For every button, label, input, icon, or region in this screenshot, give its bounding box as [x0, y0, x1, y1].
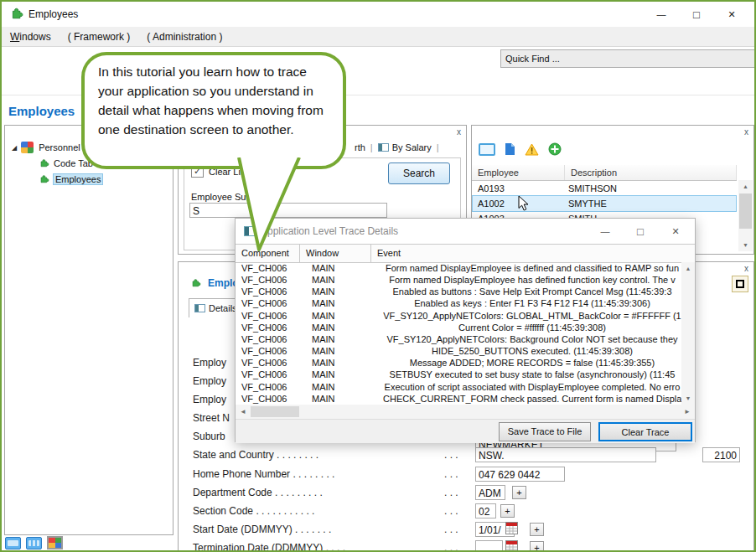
column-header-description[interactable]: Description	[565, 165, 737, 180]
warning-icon[interactable]	[525, 143, 539, 156]
trace-row[interactable]: VF_CH006MAINHIDE_5250_BUTTONS executed. …	[236, 345, 681, 357]
trace-row[interactable]: VF_CH006MAINEnabled as keys : Enter F1 F…	[236, 297, 681, 309]
trace-row[interactable]: VF_CH006MAINVF_SY120_ApplyNETColors: GLO…	[236, 310, 681, 322]
tab-by-salary[interactable]: By Salary	[378, 142, 432, 152]
tab-label[interactable]: By Salary	[392, 142, 432, 152]
employee-id[interactable]: A0193	[473, 181, 563, 196]
scroll-right-icon[interactable]: ►	[684, 408, 691, 415]
field-label: Department Code . . . . . . . . .	[193, 487, 323, 498]
trace-row[interactable]: VF_CH006MAINVF_SY120_ApplyNETColors: Bac…	[236, 333, 681, 345]
tree-item-personnel[interactable]: ◢ Personnel	[12, 141, 80, 154]
termination-date-input[interactable]	[475, 540, 503, 552]
maximize-button[interactable]: □	[679, 8, 714, 21]
employee-desc[interactable]: SMITHSON	[563, 181, 736, 196]
table-row-selected[interactable]: A1002 SMYTHE	[473, 196, 736, 211]
field-label: Start Date (DDMMYY) . . . . . . .	[193, 524, 331, 535]
tree-item-code-tables[interactable]: Code Tab	[39, 157, 93, 170]
scroll-down-icon[interactable]: ▼	[681, 395, 695, 401]
trace-row[interactable]: VF_CH006MAINCHECK_CURRENT_FORM check pas…	[236, 393, 681, 405]
view-layout-icon[interactable]	[5, 537, 21, 549]
panel-close-icon[interactable]: x	[457, 128, 461, 137]
document-icon[interactable]	[505, 142, 515, 156]
scroll-up-icon[interactable]: ▲	[738, 180, 753, 189]
postcode-input[interactable]: 2100	[702, 447, 740, 462]
trace-vertical-scrollbar[interactable]: ▲ ▼	[681, 262, 695, 405]
calendar-icon[interactable]	[505, 522, 518, 534]
trace-row[interactable]: VF_CH006MAINForm named DisplayEmployee i…	[236, 262, 681, 274]
field-dots: . . .	[444, 542, 458, 552]
component-cell: VF_CH006	[236, 286, 306, 297]
menu-bar: Windows ( Framework ) ( Administration )	[2, 27, 754, 47]
search-button[interactable]: Search	[388, 163, 450, 184]
dialog-button-bar: Save Trace to File Clear Trace	[236, 419, 695, 443]
section-prompt-button[interactable]: +	[500, 504, 515, 518]
list-vertical-scrollbar[interactable]: ▲ ▼	[738, 180, 753, 251]
view-colors-icon[interactable]	[47, 536, 63, 549]
table-row[interactable]: A0193 SMITHSON	[473, 181, 736, 196]
start-date-prompt-button[interactable]: +	[530, 523, 544, 536]
field-dots: . . .	[444, 487, 458, 498]
menu-administration[interactable]: ( Administration )	[138, 31, 230, 43]
panel-close-icon[interactable]: x	[744, 128, 748, 137]
dialog-close-button[interactable]: ✕	[658, 226, 693, 237]
dialog-maximize-button[interactable]: □	[623, 225, 658, 238]
window-cell: MAIN	[306, 393, 383, 405]
maximize-panel-icon[interactable]	[732, 276, 748, 292]
expander-icon[interactable]: ◢	[12, 144, 17, 152]
menu-windows[interactable]: Windows	[2, 31, 60, 43]
event-cell: Form named DisplayEmployee is defined an…	[383, 262, 681, 274]
trace-row[interactable]: VF_CH006MAINEnabled as buttons : Save He…	[236, 286, 681, 297]
tab-by-date-of-birth[interactable]: rth	[355, 142, 365, 152]
event-cell: Enabled as buttons : Save Help Exit Prom…	[383, 286, 681, 297]
form-icon[interactable]	[479, 143, 495, 156]
trace-horizontal-scrollbar[interactable]: ◄ ►	[236, 405, 695, 419]
minimize-button[interactable]: —	[644, 9, 679, 19]
component-cell: VF_CH006	[236, 393, 306, 405]
tree-item-label-selected[interactable]: Employees	[54, 174, 102, 184]
trace-row[interactable]: VF_CH006MAINExecution of script associat…	[236, 381, 681, 393]
trace-row[interactable]: VF_CH006MAINSETBUSY executed to set busy…	[236, 369, 681, 380]
menu-framework[interactable]: ( Framework )	[60, 31, 139, 43]
component-cell: VF_CH006	[236, 369, 306, 380]
panel-close-icon[interactable]: x	[744, 265, 748, 273]
column-header-employee[interactable]: Employee	[472, 165, 565, 180]
tab-label[interactable]: Details	[209, 303, 237, 313]
scroll-down-icon[interactable]: ▼	[738, 242, 753, 248]
dialog-controls: — □ ✕	[588, 219, 693, 244]
home-phone-input[interactable]: 047 629 0442	[475, 467, 565, 482]
tree-item-label[interactable]: Personnel	[39, 142, 80, 152]
puzzle-icon	[39, 158, 50, 169]
clear-trace-button[interactable]: Clear Trace	[598, 422, 692, 441]
puzzle-icon	[190, 278, 202, 289]
close-button[interactable]: ✕	[714, 9, 749, 20]
window-controls: — □ ✕	[644, 2, 749, 27]
trace-row[interactable]: VF_CH006MAINCurrent Color = #ffffff (11:…	[236, 322, 681, 333]
termination-prompt-button[interactable]: +	[530, 541, 544, 552]
trace-row[interactable]: VF_CH006MAINMessage ADDED; MORE RECORDS …	[236, 357, 681, 369]
tree-item-employees[interactable]: Employees	[39, 173, 102, 186]
section-code-input[interactable]: 02	[475, 503, 496, 518]
column-header-window[interactable]: Window	[300, 245, 371, 262]
scroll-up-icon[interactable]: ▲	[681, 262, 695, 271]
navigation-tree-panel: ◢ Personnel Code Tab Employees	[4, 125, 173, 535]
trace-row[interactable]: VF_CH006MAINForm named DisplayEmployee h…	[236, 274, 681, 286]
scrollbar-thumb[interactable]	[739, 193, 752, 229]
scroll-left-icon[interactable]: ◄	[240, 408, 246, 415]
department-prompt-button[interactable]: +	[512, 486, 526, 499]
department-code-input[interactable]: ADM	[475, 485, 505, 500]
scrollbar-thumb[interactable]	[251, 406, 299, 417]
quick-find-input[interactable]: Quick Find ...	[500, 49, 756, 68]
employee-desc[interactable]: SMYTHE	[563, 196, 736, 211]
calendar-icon[interactable]	[505, 540, 518, 552]
dialog-minimize-button[interactable]: —	[588, 226, 623, 236]
window-cell: MAIN	[306, 369, 383, 380]
window-cell: MAIN	[306, 322, 383, 333]
column-header-event[interactable]: Event	[371, 245, 695, 262]
event-cell: CHECK_CURRENT_FORM check passed. Current…	[383, 393, 681, 405]
save-trace-button[interactable]: Save Trace to File	[499, 422, 591, 441]
add-icon[interactable]	[548, 142, 562, 156]
component-cell: VF_CH006	[236, 345, 306, 357]
puzzle-icon	[39, 174, 50, 185]
view-grid-icon[interactable]	[26, 537, 42, 549]
state-country-input[interactable]: NSW.	[475, 447, 656, 462]
